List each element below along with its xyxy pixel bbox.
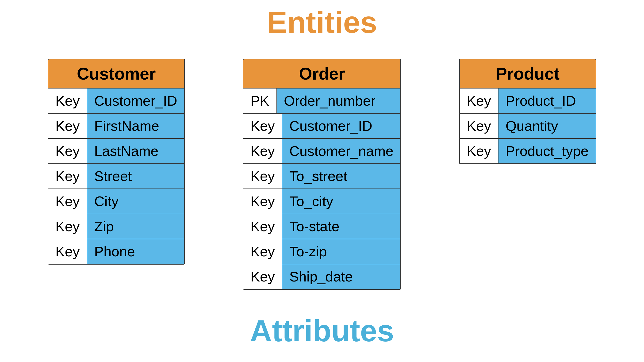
value-cell: Ship_date [282,264,400,289]
value-cell: Customer_ID [87,88,184,113]
key-cell: Key [244,114,282,138]
value-cell: Order_number [277,88,400,113]
key-cell: PK [244,88,277,113]
table-row: Key LastName [48,138,184,164]
table-row: Key Product_ID [460,88,596,113]
value-cell: Phone [87,239,184,264]
customer-table: Customer Key Customer_ID Key FirstName K… [48,59,185,264]
key-cell: Key [48,214,87,239]
key-cell: Key [244,164,282,188]
key-cell: Key [244,189,282,214]
key-cell: Key [460,114,498,138]
key-cell: Key [48,88,87,113]
key-cell: Key [244,139,282,164]
product-table: Product Key Product_ID Key Quantity Key … [459,59,596,164]
key-cell: Key [48,164,87,188]
customer-table-body: Key Customer_ID Key FirstName Key LastNa… [48,88,184,264]
key-cell: Key [48,139,87,164]
value-cell: To-state [282,214,400,239]
key-cell: Key [244,239,282,264]
key-cell: Key [244,214,282,239]
value-cell: Quantity [498,114,596,138]
table-row: Key Street [48,164,184,188]
table-row: Key Customer_name [244,138,400,164]
value-cell: Zip [87,214,184,239]
entities-container: Customer Key Customer_ID Key FirstName K… [0,49,644,299]
order-table-header: Order [244,60,400,88]
value-cell: Customer_ID [282,114,400,138]
table-row: Key Quantity [460,113,596,138]
table-row: Key Phone [48,239,184,264]
table-row: Key Product_type [460,138,596,164]
value-cell: To_street [282,164,400,188]
table-row: Key City [48,188,184,214]
page-title: Entities [0,0,644,49]
value-cell: LastName [87,139,184,164]
order-table: Order PK Order_number Key Customer_ID Ke… [243,59,401,290]
table-row: Key To-zip [244,239,400,264]
table-row: Key Ship_date [244,264,400,289]
value-cell: To_city [282,189,400,214]
key-cell: Key [460,88,498,113]
bottom-title: Attributes [0,299,644,348]
value-cell: City [87,189,184,214]
value-cell: Street [87,164,184,188]
table-row: Key Customer_ID [244,113,400,138]
value-cell: Product_type [498,139,596,164]
key-cell: Key [244,264,282,289]
value-cell: Product_ID [498,88,596,113]
table-row: Key To_street [244,164,400,188]
table-row: Key To_city [244,188,400,214]
customer-table-header: Customer [48,60,184,88]
table-row: Key To-state [244,214,400,239]
table-row: PK Order_number [244,88,400,113]
product-table-header: Product [460,60,596,88]
key-cell: Key [48,189,87,214]
order-table-body: PK Order_number Key Customer_ID Key Cust… [244,88,400,289]
table-row: Key Zip [48,214,184,239]
key-cell: Key [48,239,87,264]
value-cell: FirstName [87,114,184,138]
table-row: Key Customer_ID [48,88,184,113]
table-row: Key FirstName [48,113,184,138]
product-table-body: Key Product_ID Key Quantity Key Product_… [460,88,596,164]
key-cell: Key [460,139,498,164]
value-cell: Customer_name [282,139,400,164]
value-cell: To-zip [282,239,400,264]
key-cell: Key [48,114,87,138]
